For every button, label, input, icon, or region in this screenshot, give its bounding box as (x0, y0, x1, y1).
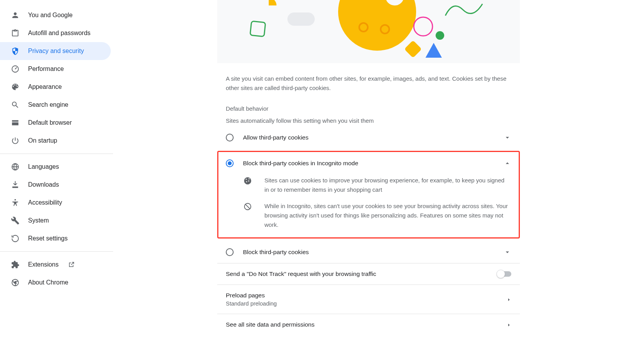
sidebar-item-reset[interactable]: Reset settings (0, 230, 113, 247)
expanded-details: Sites can use cookies to improve your br… (218, 174, 519, 237)
option-allow-third-party[interactable]: Allow third-party cookies (217, 126, 520, 148)
arrow-right-icon (507, 322, 511, 327)
site-data-title: See all site data and permissions (226, 321, 507, 328)
sidebar-item-performance[interactable]: Performance (0, 60, 113, 78)
sidebar-item-privacy[interactable]: Privacy and security (0, 42, 111, 60)
sidebar-label: Extensions (28, 261, 58, 268)
block-icon (243, 202, 252, 211)
option-block-incognito-highlight: Block third-party cookies in Incognito m… (217, 151, 520, 239)
dnt-label: Send a "Do Not Track" request with your … (226, 270, 497, 277)
person-icon (11, 11, 20, 19)
main-content: A site you visit can embed content from … (113, 0, 624, 364)
sidebar-label: You and Google (28, 12, 73, 19)
site-data-row[interactable]: See all site data and permissions (217, 314, 520, 335)
cookie-icon (243, 177, 252, 185)
sidebar-label: Search engine (28, 101, 68, 108)
sidebar-item-on-startup[interactable]: On startup (0, 132, 113, 150)
speedometer-icon (11, 65, 20, 73)
browser-icon (11, 118, 20, 127)
default-behavior-subtitle: Sites automatically follow this setting … (217, 112, 520, 126)
palette-icon (11, 83, 20, 91)
sidebar-label: Privacy and security (28, 48, 84, 55)
search-icon (11, 101, 20, 109)
radio-checked-icon (226, 159, 234, 167)
sidebar-label: Default browser (28, 119, 72, 126)
sidebar-item-languages[interactable]: Languages (0, 158, 113, 176)
chevron-down-icon (503, 248, 511, 256)
preload-title: Preload pages (226, 292, 507, 299)
preload-subtitle: Standard preloading (226, 300, 507, 307)
dnt-toggle[interactable] (497, 271, 511, 277)
sidebar-label: Reset settings (28, 235, 67, 242)
power-icon (11, 136, 20, 145)
sidebar-label: Performance (28, 65, 64, 72)
globe-icon (11, 163, 20, 171)
chevron-down-icon (503, 134, 511, 141)
intro-text: A site you visit can embed content from … (217, 63, 520, 93)
sidebar-label: System (28, 217, 49, 224)
sidebar-item-about[interactable]: About Chrome (0, 274, 113, 292)
sidebar-item-search-engine[interactable]: Search engine (0, 96, 113, 114)
sidebar-label: Languages (28, 163, 59, 170)
svg-rect-14 (404, 40, 422, 58)
arrow-right-icon (507, 297, 511, 302)
sidebar-item-system[interactable]: System (0, 212, 113, 230)
option-block-third-party[interactable]: Block third-party cookies (217, 241, 520, 263)
option-label: Allow third-party cookies (243, 134, 503, 141)
svg-point-12 (414, 17, 433, 36)
sidebar-label: Downloads (28, 181, 59, 188)
sidebar-label: Accessibility (28, 199, 62, 206)
sidebar-divider (0, 154, 113, 154)
sidebar-divider (0, 251, 113, 252)
svg-rect-11 (287, 12, 315, 26)
sidebar-item-you-and-google[interactable]: You and Google (0, 6, 113, 24)
sidebar-item-default-browser[interactable]: Default browser (0, 114, 113, 132)
sidebar-label: Appearance (28, 83, 62, 90)
download-icon (11, 180, 20, 189)
sidebar-label: About Chrome (28, 279, 68, 286)
default-behavior-title: Default behavior (217, 93, 520, 112)
chrome-icon (11, 278, 20, 287)
sidebar-item-accessibility[interactable]: Accessibility (0, 194, 113, 212)
option-label: Block third-party cookies in Incognito m… (243, 160, 503, 167)
expanded-text-1: Sites can use cookies to improve your br… (264, 176, 510, 194)
svg-rect-10 (250, 21, 266, 37)
hero-illustration (217, 0, 520, 63)
svg-line-16 (245, 204, 250, 209)
radio-unchecked-icon (226, 248, 234, 256)
chevron-up-icon (503, 159, 511, 167)
option-label: Block third-party cookies (243, 249, 503, 256)
sidebar-item-autofill[interactable]: Autofill and passwords (0, 24, 113, 42)
settings-sidebar: You and Google Autofill and passwords Pr… (0, 0, 113, 364)
radio-unchecked-icon (226, 134, 234, 141)
svg-point-3 (14, 199, 16, 201)
wrench-icon (11, 216, 20, 225)
svg-rect-2 (13, 187, 18, 188)
sidebar-label: On startup (28, 137, 57, 144)
preload-pages-row[interactable]: Preload pages Standard preloading (217, 284, 520, 314)
open-in-new-icon (68, 261, 75, 268)
clipboard-icon (11, 29, 20, 37)
sidebar-item-extensions[interactable]: Extensions (0, 256, 113, 274)
extension-icon (11, 260, 20, 269)
accessibility-icon (11, 198, 20, 207)
sidebar-label: Autofill and passwords (28, 30, 90, 37)
svg-point-13 (436, 31, 444, 40)
shield-icon (11, 47, 20, 55)
option-block-incognito[interactable]: Block third-party cookies in Incognito m… (218, 152, 519, 174)
sidebar-item-downloads[interactable]: Downloads (0, 176, 113, 194)
sidebar-item-appearance[interactable]: Appearance (0, 78, 113, 96)
do-not-track-row[interactable]: Send a "Do Not Track" request with your … (217, 263, 520, 284)
reset-icon (11, 234, 20, 243)
expanded-text-2: While in Incognito, sites can't use your… (264, 201, 510, 230)
